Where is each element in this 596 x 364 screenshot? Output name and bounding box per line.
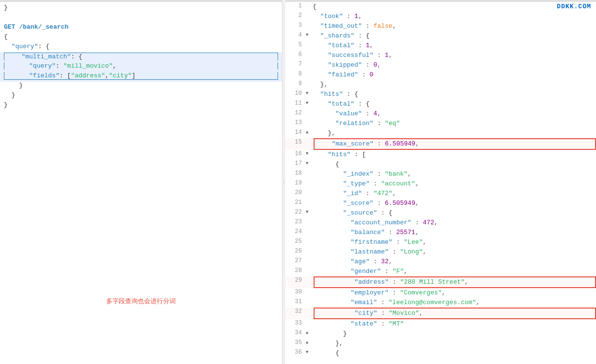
json-line-24: 24 "balance" : 25571, (285, 228, 596, 237)
right-panel: DDKK.COM 1 { 2 "took" : 1, 3 "timed_out"… (285, 0, 596, 364)
json-line-27: 27 "age" : 32, (285, 257, 596, 267)
json-line-9: 9 }, (285, 80, 596, 90)
json-line-17: 17 ▼ { (285, 160, 596, 169)
json-line-11: 11 ▼ "total" : { (285, 99, 596, 109)
code-line-6: "multi_match": { (0, 53, 282, 62)
json-line-33: 33 "state" : "MT" (285, 319, 596, 329)
json-line-32: 32 "city" : "Movico", (285, 308, 596, 319)
json-line-21: 21 "_score" : 6.505949, (285, 199, 596, 208)
annotation-box: 多字段查询也会进行分词 (106, 297, 176, 306)
json-line-8: 8 "failed" : 0 (285, 70, 596, 80)
json-line-7: 7 "skipped" : 0, (285, 60, 596, 70)
json-line-2: 2 "took" : 1, (285, 12, 596, 21)
code-line-5: "query": { (0, 43, 282, 53)
json-line-26: 26 "lastname" : "Long", (285, 247, 596, 257)
code-line-4: { (0, 33, 282, 43)
json-line-3: 3 "timed_out" : false, (285, 21, 596, 31)
json-line-16: 16 ▼ "hits" : [ (285, 150, 596, 160)
json-line-12: 12 "value" : 4, (285, 109, 596, 119)
json-line-1: 1 { (285, 2, 596, 12)
code-line-2 (0, 14, 282, 23)
json-line-22: 22 ▼ "_source" : { (285, 208, 596, 218)
code-line-8: "fields": ["address","city"] (0, 72, 282, 82)
json-line-15: 15 "max_score" : 6.505949, (285, 138, 596, 150)
json-line-35: 35 ▲ }, (285, 339, 596, 348)
json-line-30: 30 "employer" : "Comverges", (285, 288, 596, 298)
json-line-6: 6 "successful" : 1, (285, 51, 596, 60)
code-line-get: GET /bank/_search ▶ ⚙ (0, 23, 282, 33)
json-line-25: 25 "firstname" : "Lee", (285, 237, 596, 247)
json-line-34: 34 ▲ } (285, 329, 596, 339)
json-line-19: 19 "_type" : "account", (285, 179, 596, 189)
json-line-31: 31 "email" : "leelong@comverges.com", (285, 298, 596, 308)
json-line-28: 28 "gender" : "F", (285, 267, 596, 276)
json-line-23: 23 "account_number" : 472, (285, 218, 596, 228)
left-panel: } GET /bank/_search ▶ ⚙ { "query": { "mu… (0, 0, 282, 364)
code-line-10: } (0, 91, 282, 101)
right-content: 1 { 2 "took" : 1, 3 "timed_out" : false,… (285, 2, 596, 364)
json-line-36: 36 ▼ { (285, 348, 596, 358)
json-line-5: 5 "total" : 1, (285, 41, 596, 51)
code-line-7: "query": "mill_movico", (0, 62, 282, 72)
json-line-20: 20 "_id" : "472", (285, 189, 596, 199)
left-content: } GET /bank/_search ▶ ⚙ { "query": { "mu… (0, 2, 282, 364)
json-line-13: 13 "relation" : "eq" (285, 119, 596, 128)
json-line-18: 18 "_index" : "bank", (285, 169, 596, 179)
json-line-4: 4 ▼ "_shards" : { (285, 31, 596, 41)
code-line-11: } (0, 101, 282, 111)
code-line-9: } (0, 82, 282, 91)
json-line-10: 10 ▼ "hits" : { (285, 90, 596, 99)
annotation-text: 多字段查询也会进行分词 (106, 297, 176, 305)
code-line-1: } (0, 4, 282, 14)
json-line-29: 29 "address" : "288 Mill Street", (285, 276, 596, 288)
json-line-14: 14 ▲ }, (285, 128, 596, 138)
